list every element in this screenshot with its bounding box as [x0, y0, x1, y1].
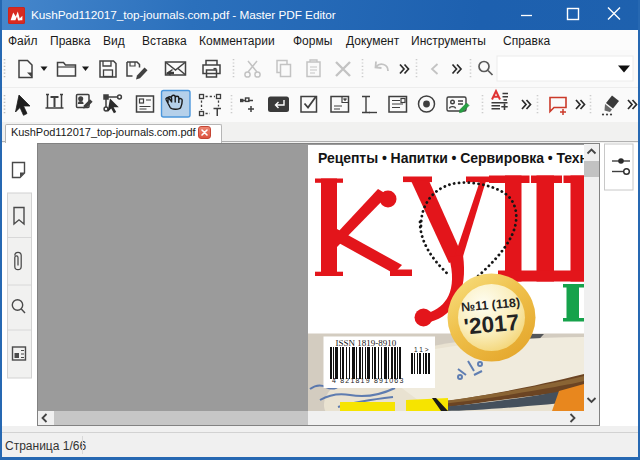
svg-text:ISSN 1819-8910: ISSN 1819-8910: [336, 338, 397, 348]
svg-text:'2017: '2017: [463, 310, 520, 340]
svg-text:11>: 11>: [414, 346, 431, 353]
svg-text:4 821819 891063: 4 821819 891063: [332, 377, 405, 384]
svg-text:Рецепты • Напитки • Сервировка: Рецепты • Напитки • Сервировка • Техника: [318, 150, 584, 166]
